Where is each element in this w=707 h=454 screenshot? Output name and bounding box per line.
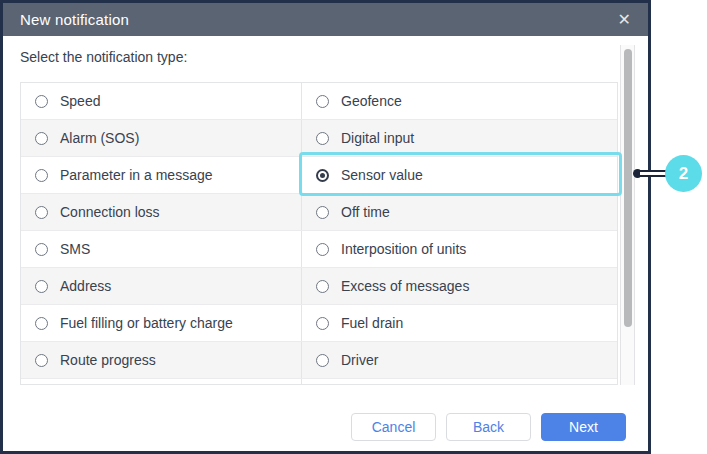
option-label: Excess of messages <box>341 278 469 294</box>
radio-icon[interactable] <box>35 206 48 219</box>
option-label: Geofence <box>341 93 402 109</box>
scrollbar-thumb[interactable] <box>624 49 632 327</box>
empty-cell <box>21 379 302 385</box>
table-row: SpeedGeofence <box>21 83 617 120</box>
option-sensor-value[interactable]: Sensor value <box>302 157 617 193</box>
option-driver[interactable]: Driver <box>302 342 617 378</box>
callout-connector-line <box>640 170 667 177</box>
option-excess-of-messages[interactable]: Excess of messages <box>302 268 617 304</box>
radio-icon[interactable] <box>316 317 329 330</box>
option-label: Off time <box>341 204 390 220</box>
option-address[interactable]: Address <box>21 268 302 304</box>
table-row: Fuel filling or battery chargeFuel drain <box>21 305 617 342</box>
radio-icon[interactable] <box>35 95 48 108</box>
option-off-time[interactable]: Off time <box>302 194 617 230</box>
option-sms[interactable]: SMS <box>21 231 302 267</box>
option-label: Interposition of units <box>341 241 466 257</box>
radio-icon[interactable] <box>35 243 48 256</box>
option-label: Connection loss <box>60 204 160 220</box>
option-connection-loss[interactable]: Connection loss <box>21 194 302 230</box>
table-row: SMSInterposition of units <box>21 231 617 268</box>
vertical-scrollbar[interactable] <box>620 45 635 385</box>
option-label: Route progress <box>60 352 156 368</box>
radio-icon[interactable] <box>35 132 48 145</box>
radio-selected-icon[interactable] <box>316 169 329 182</box>
option-fuel-filling-or-battery-charge[interactable]: Fuel filling or battery charge <box>21 305 302 341</box>
table-row: Alarm (SOS)Digital input <box>21 120 617 157</box>
option-label: Fuel drain <box>341 315 403 331</box>
option-fuel-drain[interactable]: Fuel drain <box>302 305 617 341</box>
option-parameter-in-a-message[interactable]: Parameter in a message <box>21 157 302 193</box>
option-label: Address <box>60 278 111 294</box>
table-row: Route progressDriver <box>21 342 617 379</box>
radio-icon[interactable] <box>35 354 48 367</box>
radio-icon[interactable] <box>316 354 329 367</box>
table-row: Parameter in a messageSensor value <box>21 157 617 194</box>
option-label: SMS <box>60 241 90 257</box>
radio-icon[interactable] <box>316 206 329 219</box>
dialog-title: New notification <box>20 11 129 28</box>
radio-icon[interactable] <box>35 280 48 293</box>
option-label: Speed <box>60 93 100 109</box>
option-label: Parameter in a message <box>60 167 213 183</box>
close-icon[interactable]: ✕ <box>614 3 635 36</box>
dialog-header: New notification ✕ <box>3 3 648 36</box>
radio-icon[interactable] <box>316 95 329 108</box>
screenshot-root: New notification ✕ Select the notificati… <box>0 0 707 454</box>
option-speed[interactable]: Speed <box>21 83 302 119</box>
callout-step-badge: 2 <box>665 155 702 192</box>
option-label: Sensor value <box>341 167 423 183</box>
table-row <box>21 379 617 385</box>
notification-type-table: SpeedGeofenceAlarm (SOS)Digital inputPar… <box>20 82 618 385</box>
new-notification-dialog: New notification ✕ Select the notificati… <box>0 0 651 454</box>
option-geofence[interactable]: Geofence <box>302 83 617 119</box>
back-button[interactable]: Back <box>446 413 531 441</box>
option-digital-input[interactable]: Digital input <box>302 120 617 156</box>
option-label: Fuel filling or battery charge <box>60 315 233 331</box>
option-label: Digital input <box>341 130 414 146</box>
option-label: Alarm (SOS) <box>60 130 139 146</box>
prompt-label: Select the notification type: <box>20 49 187 65</box>
empty-cell <box>302 379 617 385</box>
radio-icon[interactable] <box>316 280 329 293</box>
table-row: Connection lossOff time <box>21 194 617 231</box>
radio-icon[interactable] <box>316 243 329 256</box>
cancel-button[interactable]: Cancel <box>351 413 436 441</box>
radio-icon[interactable] <box>316 132 329 145</box>
next-button[interactable]: Next <box>541 413 626 441</box>
radio-icon[interactable] <box>35 169 48 182</box>
option-interposition-of-units[interactable]: Interposition of units <box>302 231 617 267</box>
option-route-progress[interactable]: Route progress <box>21 342 302 378</box>
option-label: Driver <box>341 352 378 368</box>
radio-icon[interactable] <box>35 317 48 330</box>
option-alarm-sos[interactable]: Alarm (SOS) <box>21 120 302 156</box>
table-row: AddressExcess of messages <box>21 268 617 305</box>
